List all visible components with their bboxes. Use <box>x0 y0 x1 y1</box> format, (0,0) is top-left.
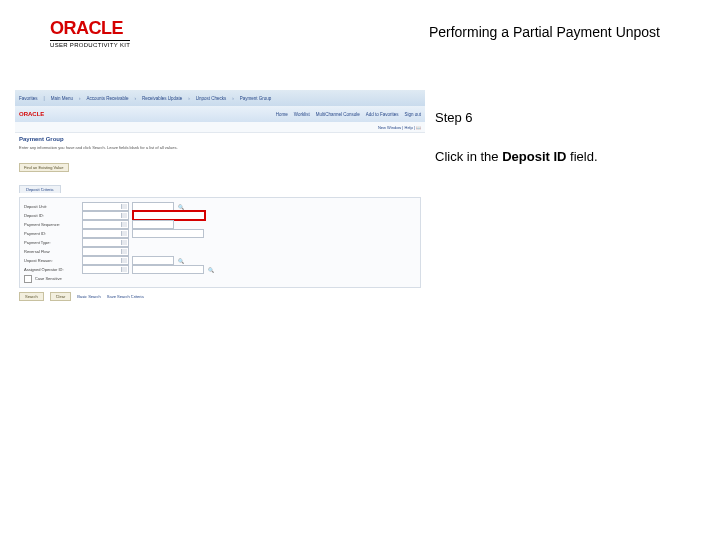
label-assigned-operator: Assigned Operator ID: <box>24 267 79 272</box>
content-heading: Payment Group <box>15 133 425 145</box>
action-row: Search Clear Basic Search Save Search Cr… <box>15 288 425 305</box>
page-title: Performing a Partial Payment Unpost <box>429 24 660 40</box>
app-header: ORACLE Home Worklist MultiChannel Consol… <box>15 106 425 122</box>
op-select[interactable] <box>82 202 129 211</box>
save-criteria-link[interactable]: Save Search Criteria <box>107 294 144 299</box>
case-sensitive-checkbox[interactable] <box>24 275 32 283</box>
label-unpost-reason: Unpost Reason: <box>24 258 79 263</box>
op-select[interactable] <box>82 211 129 220</box>
label-case-sensitive: Case Sensitive <box>35 276 62 281</box>
assigned-operator-input[interactable] <box>132 265 204 274</box>
crumb[interactable]: Receivables Update <box>142 96 182 101</box>
content-subtext: Enter any information you have and click… <box>15 145 425 153</box>
find-existing-button[interactable]: Find an Existing Value <box>19 163 69 172</box>
breadcrumb: Favorites| Main Menu› Accounts Receivabl… <box>15 90 425 106</box>
crumb[interactable]: Unpost Checks <box>196 96 227 101</box>
instruction-prefix: Click in the <box>435 149 502 164</box>
unpost-reason-input[interactable] <box>132 256 174 265</box>
header-link[interactable]: MultiChannel Console <box>316 112 360 117</box>
instruction-bold: Deposit ID <box>502 149 566 164</box>
brand-logo: ORACLE <box>50 18 130 39</box>
label-deposit-unit: Deposit Unit: <box>24 204 79 209</box>
crumb[interactable]: Main Menu <box>51 96 73 101</box>
label-payment-type: Payment Type: <box>24 240 79 245</box>
reversal-flow-select[interactable] <box>82 247 129 256</box>
search-button[interactable]: Search <box>19 292 44 301</box>
lookup-icon[interactable]: 🔍 <box>207 266 214 273</box>
search-form: Deposit Unit: 🔍 Deposit ID: Payment Sequ… <box>19 197 421 288</box>
lookup-icon[interactable]: 🔍 <box>177 203 184 210</box>
crumb[interactable]: Accounts Receivable <box>86 96 128 101</box>
label-reversal-flow: Reversal Flow: <box>24 249 79 254</box>
basic-search-link[interactable]: Basic Search <box>77 294 101 299</box>
clear-button[interactable]: Clear <box>50 292 72 301</box>
label-payment-sequence: Payment Sequence: <box>24 222 79 227</box>
op-select[interactable] <box>82 229 129 238</box>
app-screenshot: Favorites| Main Menu› Accounts Receivabl… <box>15 90 425 290</box>
label-payment-id: Payment ID: <box>24 231 79 236</box>
step-label: Step 6 <box>435 110 695 125</box>
instruction-text: Click in the Deposit ID field. <box>435 149 695 164</box>
instruction-panel: Step 6 Click in the Deposit ID field. <box>435 110 695 164</box>
header-link[interactable]: Home <box>276 112 288 117</box>
op-select[interactable] <box>82 256 129 265</box>
header-link[interactable]: Sign out <box>404 112 421 117</box>
op-select[interactable] <box>82 265 129 274</box>
crumb[interactable]: Payment Group <box>240 96 272 101</box>
instruction-suffix: field. <box>567 149 598 164</box>
label-deposit-id: Deposit ID: <box>24 213 79 218</box>
window-tools[interactable]: New Window | Help | 📖 <box>15 122 425 133</box>
lookup-icon[interactable]: 🔍 <box>177 257 184 264</box>
payment-type-select[interactable] <box>82 238 129 247</box>
payment-sequence-input[interactable] <box>132 220 174 229</box>
app-logo: ORACLE <box>19 111 44 117</box>
crumb[interactable]: Favorites <box>19 96 38 101</box>
header-link[interactable]: Add to Favorites <box>366 112 399 117</box>
brand-kit-label: USER PRODUCTIVITY KIT <box>50 40 130 48</box>
brand-block: ORACLE USER PRODUCTIVITY KIT <box>50 18 130 48</box>
tab-deposit-criteria[interactable]: Deposit Criteria <box>19 185 61 193</box>
payment-id-input[interactable] <box>132 229 204 238</box>
header-link[interactable]: Worklist <box>294 112 310 117</box>
op-select[interactable] <box>82 220 129 229</box>
